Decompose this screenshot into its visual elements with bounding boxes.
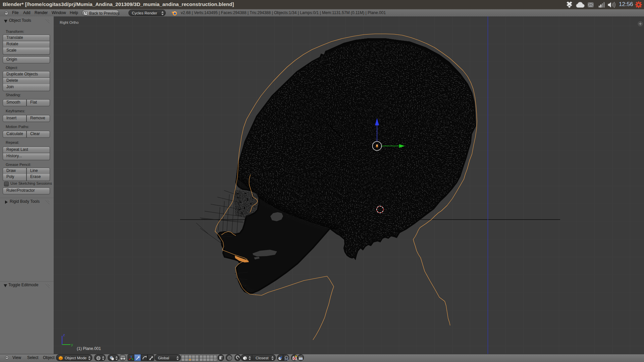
svg-text:y: y (71, 343, 73, 347)
svg-text:Right Ortho: Right Ortho (60, 20, 78, 24)
svg-text:(1) Plane.001: (1) Plane.001 (77, 346, 101, 351)
svg-text:z: z (63, 333, 65, 337)
